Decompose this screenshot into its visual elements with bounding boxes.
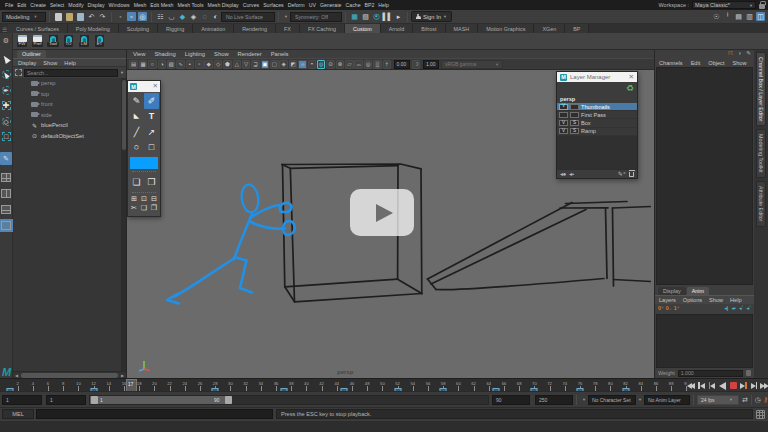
shelf-gear-icon[interactable]: ⚙ <box>0 33 13 50</box>
divider[interactable] <box>278 12 279 22</box>
step-forward-frame-button[interactable] <box>750 381 758 390</box>
redo-button[interactable]: ↷ <box>98 12 107 21</box>
range-end-handle[interactable] <box>225 396 232 404</box>
sign-in-button[interactable]: Sign In ▼ <box>411 11 452 22</box>
command-language-button[interactable]: MEL <box>2 409 34 419</box>
onion-skin-prev-icon[interactable]: ◂⦁ <box>560 171 566 177</box>
full-key-icon[interactable]: ◂ʾ <box>739 306 744 311</box>
channel-menu-edit[interactable]: Edit <box>691 60 701 66</box>
outliner-item-side[interactable]: side <box>13 110 126 121</box>
paint-select-tool-button[interactable]: ✒ <box>0 84 12 97</box>
shelf-tab-xgen[interactable]: XGen <box>534 24 565 33</box>
auto-key-toggle-icon[interactable]: ⚷ <box>763 396 768 403</box>
zero-key-icon[interactable]: ◂| <box>724 306 728 311</box>
channel-edit-icon[interactable]: ✎ <box>745 51 752 57</box>
range-start-handle[interactable] <box>91 396 98 404</box>
outliner-item-persp[interactable]: persp <box>13 78 126 89</box>
bp-clipboard-op-0[interactable]: ✂ <box>129 204 139 213</box>
snap-surface-button[interactable]: ◌ <box>200 12 209 21</box>
move-tool-button[interactable]: ✚ <box>0 99 12 112</box>
gamma-icon[interactable]: ☽ <box>412 60 421 69</box>
shelf-button-et[interactable]: ET <box>93 35 106 47</box>
sidebar-toggle-toolsettings-button[interactable]: ▥ <box>745 12 754 21</box>
outliner-item-defaultObjectSet[interactable]: ⊙defaultObjectSet <box>13 131 126 142</box>
shelf-tab-mash[interactable]: MASH <box>446 24 479 33</box>
sidebar-toggle-channelbox-button[interactable]: ◫ <box>756 12 765 21</box>
step-forward-key-button[interactable] <box>740 381 748 390</box>
viewport-icon-tex[interactable]: ▨ <box>167 60 176 69</box>
shelf-tab-rigging[interactable]: Rigging <box>158 24 193 33</box>
select-component-button[interactable]: ◎ <box>138 12 147 21</box>
layer-row-ramp[interactable]: VSRamp <box>557 128 637 136</box>
object-details-icon[interactable]: ☈ <box>727 51 734 57</box>
bp-frame-op-1[interactable]: ⊡ <box>139 195 149 204</box>
layer-editor-menu-help[interactable]: Help <box>730 297 742 303</box>
menu-set-select[interactable]: Modeling ▼ <box>2 12 46 22</box>
outliner-menu-help[interactable]: Help <box>64 60 76 66</box>
menu-select[interactable]: Select <box>48 2 66 8</box>
exposure-field[interactable]: 0.00 <box>394 60 410 69</box>
chevron-down-icon[interactable]: ▼ <box>284 14 288 19</box>
viewport-icon-xray[interactable]: ▒ <box>373 60 382 69</box>
chevron-down-icon[interactable]: ▼ <box>582 397 586 402</box>
viewport-icon-p10[interactable]: ⊛ <box>336 60 345 69</box>
menu-create[interactable]: Create <box>28 2 48 8</box>
anim-layer-list[interactable] <box>656 314 753 368</box>
onion-skin-next-icon[interactable]: ◂• <box>569 171 574 177</box>
play-eval-button[interactable]: ▸ <box>394 12 403 21</box>
divider[interactable] <box>345 12 346 22</box>
joint-display-button[interactable]: ╵ <box>723 12 732 21</box>
shelf-tab-custom[interactable]: Custom <box>345 24 381 33</box>
outliner-menu-display[interactable]: Display <box>18 60 36 66</box>
scroll-right-icon[interactable]: ▶ <box>119 373 126 378</box>
filter-icon[interactable] <box>15 69 22 76</box>
animation-preferences-icon[interactable]: ◷ <box>755 396 761 403</box>
outliner-horizontal-scrollbar[interactable]: ◀ ▶ <box>13 371 126 378</box>
shelf-button-tool[interactable]: Tool <box>47 35 60 47</box>
layer-solo-checkbox[interactable]: S <box>570 128 579 134</box>
layer-visibility-checkbox[interactable]: V <box>559 104 568 110</box>
layer-manager-titlebar[interactable]: M Layer Manager ✕ <box>557 72 637 82</box>
layer-solo-checkbox[interactable] <box>570 112 579 118</box>
side-tab-attribute-editor[interactable]: Attribute Editor <box>756 181 766 227</box>
layer-editor-menu-options[interactable]: Options <box>683 297 702 303</box>
node-editor-button[interactable]: ⦿ <box>372 12 381 21</box>
add-layer-icon[interactable]: ✎⁺ <box>618 171 626 177</box>
bp-frame-op-2[interactable]: ⊟ <box>149 195 159 204</box>
workspace-select[interactable]: Maya Classic* ▼ <box>692 1 756 9</box>
menu-display[interactable]: Display <box>86 2 107 8</box>
scroll-left-icon[interactable]: ◀ <box>13 373 20 378</box>
stop-playback-button[interactable] <box>729 381 737 390</box>
layer-row-box[interactable]: VSBox <box>557 119 637 127</box>
playback-end-field[interactable]: 90 <box>492 395 530 405</box>
menu-surfaces[interactable]: Surfaces <box>261 2 285 8</box>
layer-row-first-pass[interactable]: First Pass <box>557 111 637 119</box>
viewport-icon-p7[interactable]: ▽ <box>242 60 251 69</box>
layer-editor-tab-display[interactable]: Display <box>658 287 686 295</box>
create-override-layer-icon[interactable]: 1⁺ <box>674 306 680 311</box>
viewport-icon-shadow[interactable]: ◓ <box>308 60 317 69</box>
bp-tool-brush[interactable]: ✐ <box>144 93 159 109</box>
play-backwards-button[interactable] <box>719 381 727 390</box>
viewport-icon-wire[interactable]: ◈ <box>279 60 288 69</box>
playback-start-field[interactable]: 1 <box>46 395 86 405</box>
viewport-icon-cap[interactable]: ⌓ <box>354 60 363 69</box>
lasso-tool-button[interactable] <box>0 68 12 81</box>
channel-menu-show[interactable]: Show <box>732 60 746 66</box>
weight-slider-icon[interactable] <box>746 370 751 376</box>
viewport-icon-light2[interactable]: ☼ <box>298 60 307 69</box>
close-icon[interactable]: ✕ <box>153 83 158 90</box>
script-editor-icon[interactable] <box>756 410 765 419</box>
viewport-menu-renderer[interactable]: Renderer <box>238 51 262 57</box>
viewport-icon-p4[interactable]: ◇ <box>214 60 223 69</box>
layer-visibility-checkbox[interactable]: V <box>559 128 568 134</box>
divider[interactable] <box>407 12 408 22</box>
gamma-field[interactable]: 1.00 <box>423 60 439 69</box>
bp-clipboard-op-2[interactable]: ❐ <box>149 204 159 213</box>
animation-start-field[interactable]: 1 <box>2 395 42 405</box>
go-to-end-button[interactable] <box>761 381 768 390</box>
speed-display-icon[interactable]: ◑ <box>736 51 743 57</box>
shelf-tab-curves-surfaces[interactable]: Curves / Surfaces <box>8 24 68 33</box>
menu-windows[interactable]: Windows <box>107 2 132 8</box>
layer-editor-tab-anim[interactable]: Anim <box>687 287 709 295</box>
